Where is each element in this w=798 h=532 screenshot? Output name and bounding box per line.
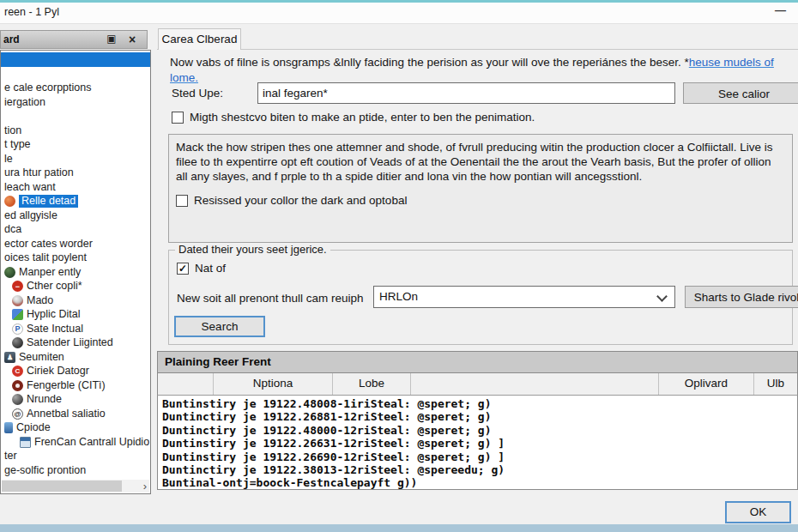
chevron-down-icon — [656, 291, 668, 302]
tree-item[interactable]: Seumiten — [1, 350, 150, 365]
tree-item-label: Ciriek Datogr — [27, 365, 89, 378]
column-header[interactable] — [411, 373, 659, 395]
tree-item[interactable]: ter — [1, 450, 150, 464]
tree-view: e cale ecorpptions iergation ti — [0, 50, 151, 494]
tree-item-label: FrenCan Cantrall Upidio — [34, 436, 149, 449]
dated-group-box: Dated their yours seet jgerice. ✓ Nat of… — [168, 250, 793, 345]
prenont-dropdown[interactable]: HRLOn — [373, 286, 675, 308]
tree-item-label: dca — [4, 223, 21, 236]
tree-item[interactable]: Relle detad — [1, 195, 150, 209]
tree-item[interactable]: FrenCan Cantrall Upidio — [1, 435, 150, 450]
scrollbar-thumb[interactable] — [2, 481, 122, 492]
tree-item-label: Relle detad — [19, 195, 78, 208]
column-header-label: Oplivard — [685, 377, 728, 390]
tree-item-icon — [12, 380, 23, 391]
tree-item-label: Mado — [27, 294, 53, 307]
log-output: Buntinstiry je 19122.48008-1iriSteal: @s… — [157, 396, 798, 490]
column-header-label: Lobe — [359, 377, 384, 390]
tree-item[interactable]: ura htur pation — [1, 166, 150, 181]
tree-item-label: Seumiten — [19, 351, 64, 364]
log-line: Duntinstiry je 19122.26631-12riSteel: @s… — [162, 437, 797, 450]
dialog-window: reen - 1 Pyl — ard ▣ × — [0, 0, 798, 532]
tree-item[interactable] — [1, 52, 150, 67]
horizontal-scrollbar[interactable]: › — [2, 480, 149, 493]
tab-carea-clberad[interactable]: Carea Clberad — [158, 28, 241, 50]
tree-item[interactable]: Annetbal saliatio — [1, 407, 150, 421]
migth-checkbox-row: Migth shestcvo biten to make an ptide, e… — [172, 111, 535, 124]
tree-item-icon — [12, 394, 23, 405]
results-table-header: Nptiona Lobe Oplivard Ulb — [157, 373, 798, 396]
tree-item-label: oices talit poylent — [4, 251, 87, 264]
column-header[interactable]: Ulb — [754, 373, 797, 395]
tree-item-label: le — [4, 153, 13, 166]
close-panel-icon[interactable]: × — [124, 33, 140, 46]
tree-item[interactable]: Mado — [1, 293, 150, 308]
resissed-checkbox-row: Resissed your collor the dark and optoba… — [176, 193, 785, 208]
ok-button[interactable]: OK — [725, 501, 791, 523]
dock-icon[interactable]: ▣ — [104, 33, 119, 45]
sharts-button[interactable]: Sharts to Glade rivol — [685, 286, 798, 308]
title-bar: reen - 1 Pyl — — [0, 3, 798, 24]
tab-label: Carea Clberad — [162, 33, 238, 45]
tree-item[interactable] — [1, 110, 150, 124]
column-header-label: Nptiona — [253, 377, 293, 390]
window-bottom-border — [0, 524, 798, 532]
tree-item[interactable]: t type — [1, 138, 150, 153]
tree-item[interactable]: Sate Inctual — [1, 322, 150, 336]
column-header[interactable]: Nptiona — [214, 373, 333, 395]
tree-item-label: ura htur pation — [4, 166, 74, 179]
see-calior-button[interactable]: See calior — [683, 82, 798, 104]
tree-item-icon — [12, 366, 23, 377]
tree-item[interactable]: Hyplic Dital — [1, 308, 150, 323]
tree-item-label: Hyplic Dital — [27, 308, 81, 321]
tree-item[interactable]: ge-solfic prontion — [1, 463, 150, 478]
tree-item-icon — [12, 295, 23, 306]
tree-item[interactable]: tion — [1, 124, 150, 138]
search-button[interactable]: Search — [174, 316, 265, 337]
tree-item-icon — [4, 352, 15, 363]
sidebar-title: ard — [3, 33, 20, 45]
tree-item[interactable]: Fengerble (CITì) — [1, 378, 150, 393]
tree-item[interactable]: oices talit poylent — [1, 251, 150, 266]
log-line: Duntinstiry je 19122.26690-12riSteel: @s… — [162, 450, 797, 463]
tree-item-label: Satender Liiginted — [27, 336, 113, 349]
resissed-checkbox[interactable] — [176, 195, 188, 207]
tree-item-icon — [20, 437, 31, 448]
scroll-right-arrow-icon[interactable]: › — [143, 480, 147, 493]
tree-item-label: Manper ently — [19, 266, 81, 279]
log-line: Duntinctiry je 19122.48000-12riSteal: @s… — [162, 424, 797, 437]
tree-item[interactable]: le — [1, 152, 150, 166]
migth-checkbox[interactable] — [172, 112, 184, 124]
log-line: Buntinstiry je 19122.48008-1iriSteal: @s… — [162, 397, 797, 410]
column-header[interactable] — [158, 373, 214, 395]
tree-item-icon — [12, 309, 23, 320]
tree-item[interactable]: ed allgyisle — [1, 209, 150, 223]
tree-item[interactable]: Nrunde — [1, 393, 150, 408]
tree-item-label: Sate Inctual — [27, 323, 83, 336]
column-header-label: Ulb — [767, 377, 784, 390]
sted-upe-input[interactable] — [257, 82, 675, 104]
tree-item[interactable]: dca — [1, 223, 150, 238]
tree-item[interactable]: iergation — [1, 95, 150, 110]
tree-item-label: e cale ecorpptions — [4, 82, 91, 94]
nat-of-checkbox-label: Nat of — [195, 262, 226, 275]
column-header[interactable]: Lobe — [333, 373, 411, 395]
tabstrip-divider — [157, 49, 798, 50]
tree-item[interactable]: Manper ently — [1, 265, 150, 280]
tree-item[interactable]: Ciriek Datogr — [1, 365, 150, 379]
tree-item[interactable]: Cther copli* — [1, 280, 150, 294]
tree-item[interactable]: Cpiode — [1, 421, 150, 436]
tree-item[interactable]: e cale ecorpptions — [1, 82, 150, 96]
tree-item[interactable]: Satender Liiginted — [1, 336, 150, 351]
nat-of-checkbox[interactable]: ✓ — [177, 263, 189, 275]
minimize-icon[interactable]: — — [775, 3, 786, 16]
tree-item[interactable]: leach want — [1, 180, 150, 195]
tree-item-label: iergation — [4, 96, 45, 109]
tree-item[interactable]: ector cates worder — [1, 237, 150, 251]
group-legend: Dated their yours seet jgerice. — [175, 243, 330, 256]
column-header[interactable]: Oplivard — [659, 373, 754, 395]
sted-upe-label: Sted Upe: — [172, 87, 223, 100]
tree-item[interactable] — [1, 67, 150, 82]
prenont-dropdown-value: HRLOn — [379, 290, 418, 303]
tree-item-label: Fengerble (CITì) — [27, 379, 106, 392]
